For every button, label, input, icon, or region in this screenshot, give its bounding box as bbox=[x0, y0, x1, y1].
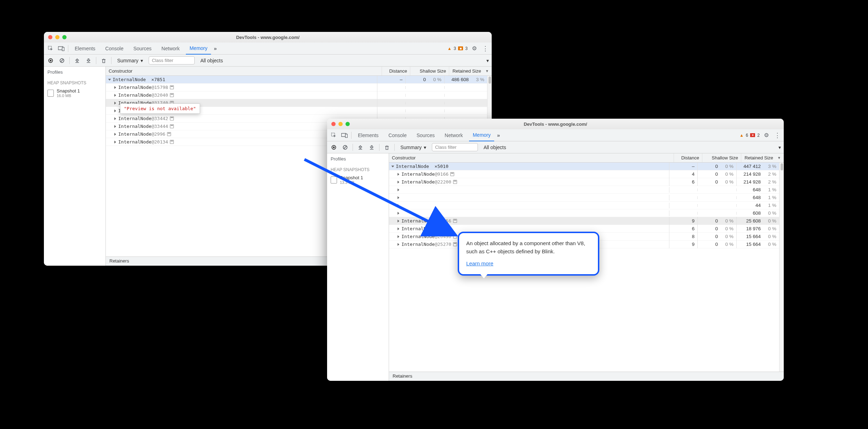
scope-select[interactable]: All objects bbox=[198, 58, 225, 63]
tab-elements[interactable]: Elements bbox=[71, 43, 99, 55]
status-badges[interactable]: ▲ 3 ■ 3 bbox=[447, 46, 468, 51]
element-icon bbox=[170, 85, 174, 89]
expand-caret-icon[interactable] bbox=[114, 117, 116, 120]
tab-elements[interactable]: Elements bbox=[354, 129, 382, 141]
svg-rect-21 bbox=[386, 146, 388, 149]
tab-console[interactable]: Console bbox=[385, 129, 410, 141]
tab-sources[interactable]: Sources bbox=[413, 129, 438, 141]
cell-distance: 9 bbox=[669, 240, 698, 248]
element-icon bbox=[170, 117, 174, 120]
clear-icon[interactable] bbox=[58, 57, 66, 64]
more-tabs-icon[interactable]: » bbox=[214, 45, 217, 51]
tab-network[interactable]: Network bbox=[158, 43, 183, 55]
minimize-window-button[interactable] bbox=[338, 122, 343, 126]
settings-icon[interactable]: ⚙ bbox=[763, 131, 770, 139]
column-distance[interactable]: Distance bbox=[382, 67, 410, 75]
retainers-header[interactable]: Retainers bbox=[389, 372, 784, 381]
learn-more-link[interactable]: Learn more bbox=[466, 260, 493, 266]
traffic-lights bbox=[327, 122, 350, 126]
memory-toolbar: Summary▾ Class filter All objects ▾ bbox=[44, 55, 492, 67]
snapshot-item[interactable]: Snapshot 1 16.0 MB bbox=[44, 87, 105, 99]
maximize-window-button[interactable] bbox=[346, 122, 350, 126]
more-tabs-icon[interactable]: » bbox=[497, 132, 500, 138]
column-retained-size[interactable]: Retained Size▼ bbox=[741, 153, 784, 162]
titlebar[interactable]: DevTools - www.google.com/ bbox=[327, 119, 784, 129]
expand-caret-icon[interactable] bbox=[114, 125, 116, 128]
class-filter-input[interactable]: Class filter bbox=[149, 56, 195, 64]
tab-memory[interactable]: Memory bbox=[186, 43, 211, 55]
download-icon[interactable] bbox=[85, 57, 92, 64]
settings-icon[interactable]: ⚙ bbox=[470, 45, 478, 52]
table-row[interactable]: InternalNode @15798 bbox=[106, 84, 487, 91]
dropdown-caret-icon[interactable]: ▾ bbox=[486, 58, 489, 63]
cell-retained-pct: 3 % bbox=[473, 77, 484, 82]
expand-caret-icon[interactable] bbox=[114, 109, 116, 112]
tab-console[interactable]: Console bbox=[102, 43, 127, 55]
titlebar[interactable]: DevTools - www.google.com/ bbox=[44, 32, 492, 43]
column-retained-size[interactable]: Retained Size▼ bbox=[449, 67, 492, 75]
class-filter-input[interactable]: Class filter bbox=[432, 143, 478, 151]
view-select[interactable]: Summary▾ bbox=[115, 58, 145, 63]
expand-caret-icon[interactable] bbox=[114, 86, 116, 89]
status-badges[interactable]: ▲ 6 × 2 bbox=[739, 133, 760, 138]
warning-icon: ▲ bbox=[739, 133, 744, 138]
maximize-window-button[interactable] bbox=[62, 35, 67, 39]
close-window-button[interactable] bbox=[331, 122, 336, 126]
issue-icon: ■ bbox=[458, 46, 463, 50]
table-row[interactable]: InternalNode @32040 bbox=[106, 91, 487, 99]
cell-shallow: 0 bbox=[715, 242, 718, 247]
node-id: @20134 bbox=[152, 139, 168, 145]
record-icon[interactable] bbox=[330, 143, 338, 151]
tab-sources[interactable]: Sources bbox=[130, 43, 155, 55]
more-menu-icon[interactable]: ⋮ bbox=[773, 131, 781, 139]
snapshot-size: 16.0 MB bbox=[57, 94, 80, 98]
more-menu-icon[interactable]: ⋮ bbox=[481, 45, 489, 52]
cell-retained: 15 664 bbox=[746, 242, 761, 247]
minimize-window-button[interactable] bbox=[55, 35, 59, 39]
cell-distance: – bbox=[377, 76, 406, 84]
column-distance[interactable]: Distance bbox=[674, 153, 702, 162]
cell-shallow-pct: 0 % bbox=[430, 77, 441, 82]
node-id: @33442 bbox=[152, 116, 168, 121]
device-toolbar-icon[interactable] bbox=[57, 45, 65, 52]
error-icon: × bbox=[750, 133, 755, 137]
column-constructor[interactable]: Constructor bbox=[106, 67, 382, 75]
constructor-name: InternalNode bbox=[118, 85, 152, 90]
cell-retained: 648 bbox=[753, 187, 761, 192]
dropdown-caret-icon[interactable]: ▾ bbox=[778, 145, 781, 150]
upload-icon[interactable] bbox=[73, 57, 81, 64]
cell-shallow-pct: 0 % bbox=[722, 171, 733, 177]
parent-row[interactable]: InternalNode ×7851 – 00 % 486 6083 % bbox=[106, 76, 487, 84]
expand-caret-icon[interactable] bbox=[114, 102, 116, 105]
scope-select[interactable]: All objects bbox=[481, 145, 508, 150]
cell-shallow-pct: 0 % bbox=[722, 164, 733, 169]
collect-garbage-icon[interactable] bbox=[100, 57, 108, 64]
cell-distance: – bbox=[669, 163, 698, 170]
cell-retained: 15 664 bbox=[746, 234, 761, 239]
node-id: @33444 bbox=[152, 124, 168, 129]
inspect-element-icon[interactable] bbox=[47, 45, 55, 52]
view-select[interactable]: Summary▾ bbox=[398, 145, 428, 150]
inspect-element-icon[interactable] bbox=[330, 131, 338, 139]
expand-caret-icon[interactable] bbox=[114, 133, 116, 136]
sort-caret-icon: ▼ bbox=[485, 69, 489, 73]
expand-caret-icon[interactable] bbox=[114, 141, 116, 143]
upload-icon[interactable] bbox=[356, 143, 364, 151]
snapshot-name: Snapshot 1 bbox=[57, 88, 80, 94]
expand-caret-icon[interactable] bbox=[108, 79, 111, 80]
cell-retained-pct: 1 % bbox=[765, 187, 776, 192]
clear-icon[interactable] bbox=[341, 143, 349, 151]
record-icon[interactable] bbox=[47, 57, 55, 64]
expand-caret-icon[interactable] bbox=[114, 94, 116, 97]
download-icon[interactable] bbox=[368, 143, 376, 151]
tab-network[interactable]: Network bbox=[441, 129, 466, 141]
close-window-button[interactable] bbox=[48, 35, 52, 39]
tab-memory[interactable]: Memory bbox=[469, 129, 494, 141]
scrollbar[interactable] bbox=[779, 163, 784, 372]
column-shallow-size[interactable]: Shallow Size bbox=[702, 153, 741, 162]
column-shallow-size[interactable]: Shallow Size bbox=[410, 67, 449, 75]
issue-count: 3 bbox=[465, 46, 468, 51]
svg-rect-14 bbox=[346, 134, 348, 137]
device-toolbar-icon[interactable] bbox=[341, 131, 348, 139]
collect-garbage-icon[interactable] bbox=[383, 143, 391, 151]
